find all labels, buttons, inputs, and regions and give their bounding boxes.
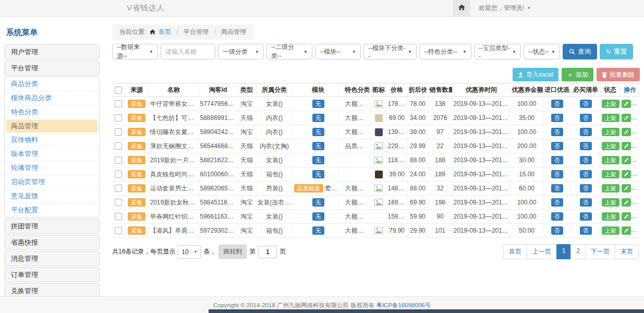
cell-checkbox <box>112 111 125 125</box>
filter-select-2[interactable]: 一级分类▼ <box>218 44 264 59</box>
page-link-2[interactable]: 1 <box>556 244 572 259</box>
sidebar-section-3[interactable]: 拼团管理 <box>4 219 100 234</box>
cell-discount-price: 24.00 <box>407 167 428 182</box>
cell-feature: 大额优惠券 <box>344 111 371 125</box>
filter-select-5[interactable]: --模块下分类--▼ <box>363 44 417 59</box>
sidebar-subitem-3[interactable]: 商品管理 <box>6 120 98 133</box>
select-all-checkbox[interactable] <box>115 87 122 94</box>
cell-category: 箱包() <box>256 167 293 182</box>
product-thumbnail <box>375 128 383 136</box>
sidebar-subitem-7[interactable]: 启动页管理 <box>5 175 99 189</box>
edit-icon <box>624 228 629 233</box>
sidebar-subitem-0[interactable]: 商品分类 <box>5 77 99 91</box>
cell-status: 上架 <box>600 167 620 182</box>
table-body: 采集 牛仔背带裤女秋装减龄... 577479560965 淘宝 女装() 无 … <box>112 97 640 238</box>
cell-import-select: 否 <box>543 97 571 111</box>
jump-button[interactable]: 跳转到 <box>218 245 247 259</box>
must-buy-badge: 否 <box>580 128 592 136</box>
sidebar-subitem-5[interactable]: 版本管理 <box>5 147 99 161</box>
home-button[interactable] <box>453 0 470 16</box>
sidebar-subitem-4[interactable]: 宣传物料 <box>5 133 99 147</box>
row-checkbox[interactable] <box>115 114 122 122</box>
sidebar-section-7[interactable]: 兑换管理 <box>4 283 100 296</box>
edit-button[interactable] <box>622 142 631 150</box>
icp-link[interactable]: 粤ICP备16098006号 <box>376 302 431 308</box>
batch-delete-button[interactable]: 批量删除 <box>597 68 640 81</box>
jump-page-input[interactable] <box>258 246 277 258</box>
row-checkbox[interactable] <box>115 128 122 136</box>
sidebar-subitem-9[interactable]: 平台配置 <box>5 203 99 217</box>
module-badge: 无 <box>312 100 324 108</box>
edit-icon <box>624 214 629 219</box>
row-checkbox[interactable] <box>115 213 122 220</box>
cell-icon <box>371 167 386 182</box>
edit-button[interactable] <box>622 212 631 221</box>
chevron-down-icon: ▼ <box>352 50 356 54</box>
sidebar-section-1[interactable]: 平台管理 <box>4 61 100 76</box>
edit-button[interactable] <box>622 184 631 192</box>
column-header-0: 来源 <box>125 83 149 97</box>
page-link-4[interactable]: 下一页 <box>585 244 615 259</box>
filter-select-6[interactable]: --特色分类--▼ <box>419 44 471 59</box>
edit-button[interactable] <box>622 226 631 235</box>
row-checkbox[interactable] <box>115 227 122 234</box>
page-link-5[interactable]: 末页 <box>615 244 639 259</box>
search-button[interactable]: 查询 <box>563 44 597 59</box>
cell-must-buy: 否 <box>571 139 600 153</box>
row-checkbox[interactable] <box>115 199 122 206</box>
user-menu[interactable]: 欢迎您，管理员! ▼ <box>479 4 531 13</box>
must-buy-badge: 否 <box>580 100 592 108</box>
table-row-1: 采集 【七色纺】可爱纯棉家... 588869917501 天猫 内衣() 无 … <box>112 111 640 125</box>
edit-button[interactable] <box>622 128 631 136</box>
add-button[interactable]: ＋ 添加 <box>562 68 593 81</box>
cell-must-buy: 否 <box>571 196 600 210</box>
filter-select-8[interactable]: --状态--▼ <box>524 44 560 59</box>
must-buy-badge: 否 <box>580 114 592 122</box>
name-search-input[interactable] <box>161 44 215 59</box>
cell-discount-price: 34.00 <box>407 111 428 125</box>
cell-type: 淘宝 <box>237 196 256 210</box>
sidebar-subitem-2[interactable]: 特色分类 <box>5 105 99 119</box>
sidebar-subitem-6[interactable]: 轮播管理 <box>5 161 99 175</box>
row-checkbox[interactable] <box>115 185 122 192</box>
cell-actions <box>620 210 640 224</box>
row-checkbox[interactable] <box>115 156 122 164</box>
cell-must-buy: 否 <box>571 153 600 167</box>
sidebar-section-0[interactable]: 用户管理 <box>4 44 100 59</box>
cell-price: 39.00 <box>386 167 407 182</box>
cell-coupon-amount: 100.00 <box>511 125 543 139</box>
page-link-1[interactable]: 上一页 <box>527 244 557 259</box>
module-badge: 无 <box>312 114 324 122</box>
cell-source: 采集 <box>125 111 149 125</box>
cell-checkbox <box>112 210 125 224</box>
sidebar-subitem-8[interactable]: 意见反馈 <box>5 189 99 203</box>
edit-button[interactable] <box>622 170 631 178</box>
edit-button[interactable] <box>622 198 631 207</box>
edit-button[interactable] <box>622 114 631 122</box>
filter-select-0[interactable]: --数据来源--▼ <box>112 44 158 59</box>
filter-select-3[interactable]: --二级分类--▼ <box>266 44 312 59</box>
cell-feature: 大额优惠券 <box>344 125 371 139</box>
breadcrumb-home-link[interactable]: 首页 <box>159 28 171 35</box>
cell-checkbox <box>112 224 125 238</box>
sidebar-section-4[interactable]: 省惠快报 <box>4 235 100 250</box>
edit-button[interactable] <box>622 156 631 164</box>
column-header-16: 操作 <box>620 83 640 97</box>
sidebar-subitem-1[interactable]: 模块商品分类 <box>5 91 99 105</box>
cell-discount-price: 59.90 <box>407 210 428 224</box>
filter-select-4[interactable]: --模块--▼ <box>315 44 361 59</box>
import-excel-button[interactable]: 导入excel <box>513 68 558 81</box>
edit-button[interactable] <box>622 100 631 108</box>
sidebar-title: 系统菜单 <box>4 25 100 44</box>
cell-module: 无 <box>293 139 344 153</box>
sidebar-section-5[interactable]: 消息管理 <box>4 251 100 266</box>
page-link-3[interactable]: 2 <box>570 244 586 259</box>
reset-button[interactable]: ↻ 重置 <box>600 44 633 59</box>
row-checkbox[interactable] <box>115 142 122 150</box>
page-link-0[interactable]: 首页 <box>503 244 527 259</box>
per-page-select[interactable]: 10 ▼ <box>178 245 201 259</box>
row-checkbox[interactable] <box>115 171 122 178</box>
sidebar-section-6[interactable]: 订单管理 <box>4 267 100 282</box>
row-checkbox[interactable] <box>115 100 122 107</box>
filter-select-7[interactable]: --宝贝类型--▼ <box>474 44 521 59</box>
